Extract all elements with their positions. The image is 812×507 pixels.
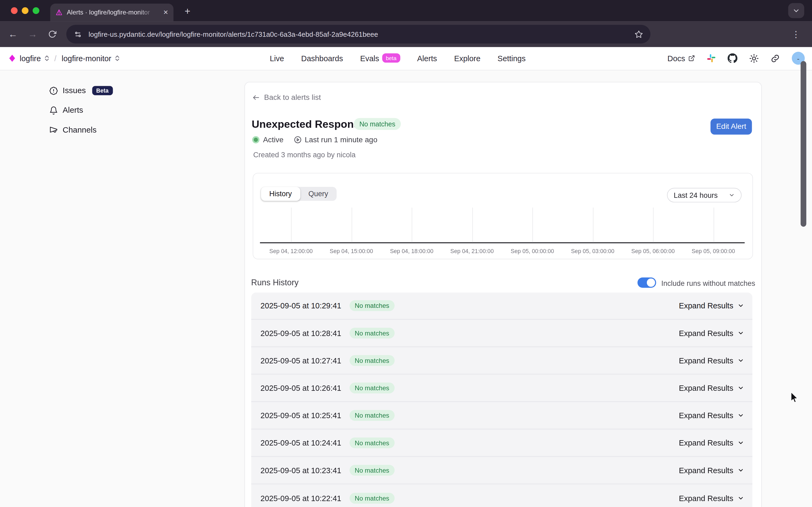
project-select-chevrons-icon[interactable] xyxy=(115,55,119,62)
chevron-down-icon xyxy=(793,7,800,14)
run-row: 2025-09-05 at 10:27:41No matchesExpand R… xyxy=(251,347,752,375)
breadcrumb: logfire / logfire-monitor xyxy=(8,47,119,69)
sidebar-item-channels[interactable]: Channels xyxy=(49,125,96,134)
run-timestamp: 2025-09-05 at 10:27:41 xyxy=(261,356,341,365)
forward-button[interactable]: → xyxy=(25,26,41,42)
docs-link[interactable]: Docs xyxy=(667,54,695,63)
history-chart: Sep 04, 12:00:00Sep 04, 15:00:00Sep 04, … xyxy=(253,173,752,259)
sidebar-item-alerts[interactable]: Alerts xyxy=(49,106,83,115)
runs-list: 2025-09-05 at 10:29:41No matchesExpand R… xyxy=(251,292,752,507)
chart-gridline xyxy=(533,208,533,242)
run-row: 2025-09-05 at 10:29:41No matchesExpand R… xyxy=(251,292,752,320)
expand-results-label: Expand Results xyxy=(679,356,733,365)
last-run-label: Last run 1 minute ago xyxy=(305,135,378,144)
expand-results-button[interactable]: Expand Results xyxy=(679,356,744,365)
github-icon[interactable] xyxy=(728,53,738,63)
chart-x-tick-label: Sep 04, 12:00:00 xyxy=(269,248,313,254)
browser-toolbar: ← → logfire-us.pydantic.dev/logfire/logf… xyxy=(0,21,812,47)
logfire-favicon-icon xyxy=(55,9,63,16)
sidebar-label: Alerts xyxy=(63,106,83,115)
org-select-chevrons-icon[interactable] xyxy=(45,55,49,62)
nav-evals[interactable]: Evals beta xyxy=(360,54,400,63)
expand-results-button[interactable]: Expand Results xyxy=(679,329,744,338)
url-bar[interactable]: logfire-us.pydantic.dev/logfire/logfire-… xyxy=(66,25,650,44)
mouse-cursor xyxy=(788,391,799,404)
sidebar-item-issues[interactable]: Issues Beta xyxy=(49,86,113,95)
slack-icon[interactable] xyxy=(707,54,716,63)
evals-beta-badge: beta xyxy=(382,53,400,62)
expand-results-button[interactable]: Expand Results xyxy=(679,411,744,420)
bookmark-star-icon[interactable] xyxy=(634,30,643,39)
toggle-knob xyxy=(647,278,655,287)
header-actions: Docs - xyxy=(667,47,805,69)
expand-results-button[interactable]: Expand Results xyxy=(679,494,744,503)
chart-gridline xyxy=(412,208,412,242)
run-status-badge: No matches xyxy=(349,493,394,504)
chart-x-tick-label: Sep 04, 15:00:00 xyxy=(330,248,373,254)
scrollbar-thumb[interactable] xyxy=(801,61,806,227)
new-tab-button[interactable]: + xyxy=(180,4,195,18)
external-link-icon xyxy=(688,55,695,62)
tab-close-icon[interactable]: ✕ xyxy=(163,9,168,16)
nav-dashboards[interactable]: Dashboards xyxy=(301,54,343,63)
browser-menu-icon[interactable]: ⋮ xyxy=(788,25,804,44)
chart-gridline xyxy=(653,208,654,242)
run-status-badge: No matches xyxy=(349,438,394,449)
traffic-light-close[interactable] xyxy=(11,7,17,14)
expand-results-button[interactable]: Expand Results xyxy=(679,466,744,475)
run-timestamp: 2025-09-05 at 10:22:41 xyxy=(261,494,341,503)
project-switcher[interactable]: logfire-monitor xyxy=(62,54,111,63)
chevron-down-icon xyxy=(737,467,744,474)
nav-settings[interactable]: Settings xyxy=(498,54,526,63)
chart-gridline xyxy=(351,208,352,242)
nav-explore[interactable]: Explore xyxy=(454,54,480,63)
chart-x-tick-label: Sep 05, 03:00:00 xyxy=(571,248,614,254)
traffic-light-zoom[interactable] xyxy=(33,7,39,14)
run-timestamp: 2025-09-05 at 10:23:41 xyxy=(261,466,341,475)
browser-tab[interactable]: Alerts · logfire/logfire-monitor ✕ xyxy=(50,3,173,21)
site-settings-icon[interactable] xyxy=(73,30,83,39)
expand-results-button[interactable]: Expand Results xyxy=(679,438,744,447)
chevron-down-icon xyxy=(737,330,744,336)
share-link-icon[interactable] xyxy=(771,54,780,63)
reload-button[interactable] xyxy=(45,26,60,42)
tab-title: Alerts · logfire/logfire-monitor xyxy=(67,9,155,16)
run-timestamp: 2025-09-05 at 10:28:41 xyxy=(261,329,341,338)
run-timestamp: 2025-09-05 at 10:26:41 xyxy=(261,384,341,392)
docs-label: Docs xyxy=(667,54,685,63)
back-button[interactable]: ← xyxy=(5,26,21,42)
expand-results-button[interactable]: Expand Results xyxy=(679,301,744,310)
last-run: Last run 1 minute ago xyxy=(293,135,378,144)
chevron-down-icon xyxy=(737,357,744,364)
url-text[interactable]: logfire-us.pydantic.dev/logfire/logfire-… xyxy=(89,30,378,38)
tab-search-button[interactable] xyxy=(788,3,804,18)
theme-sun-icon[interactable] xyxy=(749,54,759,63)
traffic-light-minimize[interactable] xyxy=(22,7,29,14)
chart-gridline xyxy=(713,208,714,242)
back-to-alerts-link[interactable]: Back to alerts list xyxy=(252,93,321,102)
history-card: History Query Last 24 hours Sep 04, 12:0… xyxy=(253,173,753,259)
run-status-badge: No matches xyxy=(349,410,394,421)
nav-evals-label: Evals xyxy=(360,54,379,63)
include-runs-toggle[interactable] xyxy=(638,277,656,288)
sidebar-label: Issues xyxy=(63,86,86,95)
run-status-badge: No matches xyxy=(349,328,394,339)
run-timestamp: 2025-09-05 at 10:29:41 xyxy=(261,301,341,310)
reload-icon xyxy=(48,30,56,38)
chart-x-tick-label: Sep 04, 18:00:00 xyxy=(390,248,433,254)
chart-x-tick-label: Sep 05, 09:00:00 xyxy=(692,248,735,254)
expand-results-button[interactable]: Expand Results xyxy=(679,384,744,392)
edit-alert-button[interactable]: Edit Alert xyxy=(710,118,752,134)
chevron-down-icon xyxy=(737,439,744,446)
expand-results-label: Expand Results xyxy=(679,301,733,310)
issues-beta-badge: Beta xyxy=(92,86,113,95)
status-badge: No matches xyxy=(354,118,401,130)
nav-alerts[interactable]: Alerts xyxy=(417,54,437,63)
run-status-badge: No matches xyxy=(349,300,394,311)
breadcrumb-separator: / xyxy=(54,54,56,63)
org-switcher[interactable]: logfire xyxy=(19,54,41,63)
back-label: Back to alerts list xyxy=(264,93,321,102)
play-circle-icon xyxy=(293,135,302,144)
run-status-badge: No matches xyxy=(349,465,394,476)
nav-live[interactable]: Live xyxy=(270,54,284,63)
